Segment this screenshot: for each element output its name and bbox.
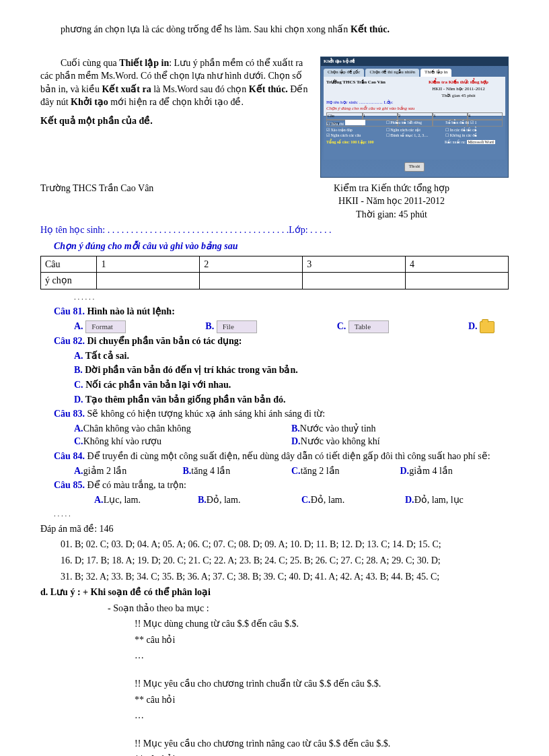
- q84-a: A.giảm 2 lần: [74, 465, 183, 478]
- q85: Câu 85. Để có màu trắng, ta trộn:: [54, 479, 509, 492]
- dialog-title: Khởi tạo bộ đề: [321, 57, 508, 67]
- note-6: ** câu hỏi: [135, 693, 509, 707]
- exam-title: Kiểm tra Kiến thức tổng hợp: [274, 182, 509, 195]
- q84: Câu 84. Để truyền đi cùng một công suất …: [54, 450, 509, 463]
- answer-key-title: Đáp án mã đề: 146: [40, 522, 509, 536]
- dialog-cell-1: 1: [363, 112, 398, 119]
- q85-d: D.Đỏ, lam, lục: [405, 493, 509, 507]
- answer-line-3: 31. B; 32. A; 33. B; 34. C; 35. B; 36. A…: [61, 570, 509, 584]
- dialog-word-option: Microsoft Word: [467, 140, 495, 144]
- q81-options: A. Format B. File C. Table D.: [54, 320, 509, 333]
- q81: Câu 81. Hình nào là nút lệnh:: [54, 305, 509, 318]
- answer-line-1: 01. B; 02. C; 03. D; 04. A; 05. A; 06. C…: [61, 538, 509, 551]
- q82-c: C. Nối các phần văn bản lại với nhau.: [74, 378, 509, 392]
- dialog-cell-4: 4: [468, 112, 503, 119]
- note-4: …: [135, 649, 509, 662]
- q84-d: D.giảm 4 lần: [400, 465, 509, 478]
- th-3: 3: [303, 256, 406, 273]
- dialog-tab-3: Thiết lập in: [420, 69, 451, 77]
- note-8: !! Mục yêu cầu cho chương trình nâng cao…: [135, 737, 509, 751]
- answer-line-2: 16. D; 17. B; 18. A; 19. D; 20. C; 21. C…: [61, 554, 509, 568]
- dialog-ketxuat-label: Kết xuất ra:: [445, 140, 466, 144]
- dialog-cell-2: 2: [398, 112, 433, 119]
- q83: Câu 83. Sẽ không có hiện tượng khúc xạ á…: [54, 407, 509, 421]
- q83-c: C.Không khí vào rượu: [74, 435, 291, 448]
- q82-d: D. Tạo thêm phần văn bản giống phần văn …: [74, 393, 509, 407]
- answer-instruction: Chọn ý đúng cho mỗi câu và ghi vào bảng …: [54, 240, 509, 253]
- note-5: !! Mục yêu cầu cho chương trình chuẩn từ…: [135, 677, 509, 691]
- th-2: 2: [200, 256, 303, 273]
- dialog-student-label: Họ tên học sinh: …………… Lớp:: [326, 100, 503, 106]
- q85-b: B.Đỏ, lam.: [198, 493, 301, 507]
- file-menu-icon: File: [217, 320, 257, 333]
- format-menu-icon: Format: [85, 320, 126, 333]
- dots: . . . . . .: [74, 292, 509, 302]
- dialog-exam-time: Thời gian 45 phút: [414, 93, 503, 100]
- q82: Câu 82. Di chuyển phần văn bản có tác dụ…: [54, 335, 509, 348]
- th-1: 1: [97, 256, 200, 273]
- exam-subtitle: HKII - Năm học 2011-2012: [274, 195, 509, 208]
- intro-paragraph: phương án chọn lựa là các dòng trống để …: [40, 23, 509, 36]
- dialog-tab-1: Chọn tập đề gốc: [324, 69, 364, 77]
- intro-bold: Kết thúc.: [351, 24, 390, 34]
- q84-b: B.tăng 4 lần: [183, 465, 292, 478]
- q82-b: B. Dời phần văn bản đó đến vị trí khác t…: [74, 364, 509, 377]
- dialog-exam-sub: HKII - Năm học 2011-2012: [414, 86, 503, 93]
- intro-text: phương án chọn lựa là các dòng trống để …: [61, 24, 351, 34]
- note-7: …: [135, 709, 509, 722]
- q83-d: D.Nước vào không khí: [291, 435, 509, 448]
- q83-a: A.Chân không vào chân không: [74, 422, 291, 436]
- row-ychon: ý chọn: [41, 273, 97, 289]
- note-9: ** câu hỏi: [135, 753, 509, 756]
- q84-c: C.tăng 2 lần: [291, 465, 400, 478]
- answer-table: Câu 1 2 3 4 ý chọn: [40, 256, 509, 289]
- q83-b: B.Nước vào thuỷ tinh: [291, 422, 509, 436]
- th-4: 4: [406, 256, 509, 273]
- dialog-total: Tổng số câu: 100 Lặp: 100: [326, 139, 442, 145]
- table-menu-icon: Table: [349, 320, 389, 333]
- dialog-cell-3: 3: [433, 112, 468, 119]
- q85-c: C.Đỏ, lam.: [301, 493, 405, 507]
- note-1: - Soạn thảo theo ba mục :: [108, 602, 509, 615]
- exam-school: Trường THCS Trần Cao Vân: [40, 182, 274, 221]
- q82-a: A. Tất cả sai.: [74, 349, 509, 363]
- dialog-school: Trường THCS Trần Cao Vân: [326, 79, 414, 99]
- dialog-exam-title: Kiểm tra Kiến thức tổng hợp: [414, 79, 503, 86]
- th-cau: Câu: [41, 256, 97, 273]
- note-2: !! Mục dùng chung từ câu $.$ đến câu $.$…: [135, 617, 509, 631]
- note-3: ** câu hỏi: [135, 633, 509, 647]
- note-d-title: d. Lưu ý : + Khi soạn đề có thể phân loạ…: [40, 586, 509, 599]
- dialog-tab-2: Chọn đề thi ngẫu nhiên: [365, 69, 419, 77]
- dialog-cell-cau: Câu: [326, 112, 363, 119]
- dialog-close-button: Thoát: [404, 162, 425, 172]
- student-name-line: Họ tên học sinh: . . . . . . . . . . . .…: [40, 224, 509, 237]
- print-setup-dialog-thumbnail: Khởi tạo bộ đề Chọn tập đề gốcChọn đề th…: [320, 57, 509, 178]
- q85-a: A.Lục, lam.: [94, 493, 198, 507]
- exam-time: Thời gian: 45 phút: [274, 208, 509, 221]
- folder-open-icon: [480, 321, 495, 333]
- dialog-instr: Chọn ý đúng cho mỗi câu và ghi vào bảng …: [326, 106, 503, 112]
